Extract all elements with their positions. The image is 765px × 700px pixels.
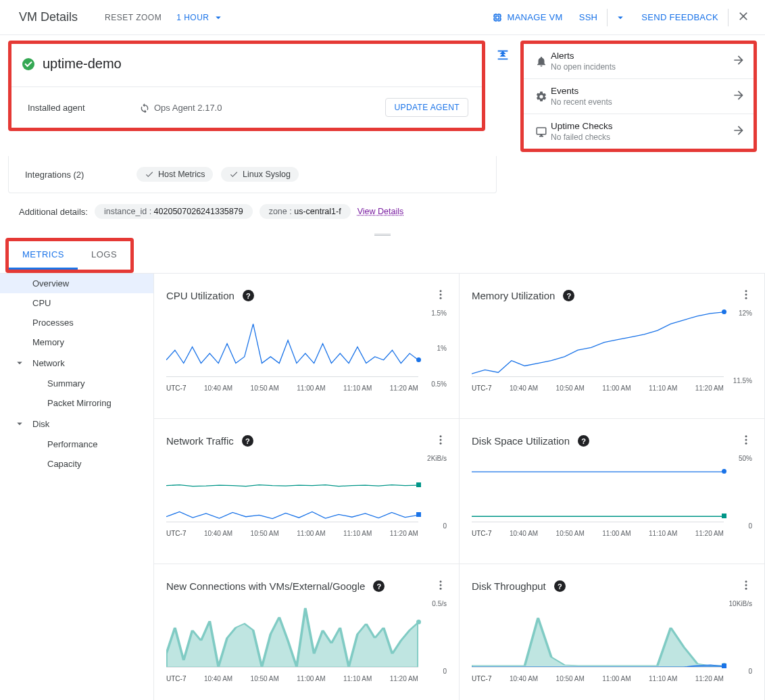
chart-menu-button[interactable] [435,579,447,593]
x-tick: 10:50 AM [251,675,279,682]
x-tick: UTC-7 [472,530,491,537]
tab-metrics[interactable]: METRICS [9,241,78,270]
send-feedback-button[interactable]: SEND FEEDBACK [633,8,726,26]
chart-menu-button[interactable] [435,289,447,303]
svg-rect-0 [494,14,500,20]
x-tick: 11:00 AM [602,675,631,682]
more-vert-icon [435,434,447,446]
help-icon[interactable]: ? [578,435,589,447]
help-icon[interactable]: ? [554,580,566,592]
x-tick: 11:20 AM [390,530,418,537]
sidebar-item-net-pm[interactable]: Packet Mirroring [0,393,153,413]
refresh-icon [139,102,150,113]
page-title: VM Details [19,10,78,24]
y-tick: 10KiB/s [729,600,752,607]
series-end-marker [722,309,726,314]
help-icon[interactable]: ? [243,290,254,301]
chart-title: Disk Space Utilization [472,435,570,447]
y-tick: 1% [437,345,447,352]
x-tick: 11:00 AM [602,384,631,392]
svg-point-19 [745,435,747,437]
send-feedback-dropdown[interactable] [609,7,633,28]
more-vert-icon [740,434,752,446]
sidebar-item-cpu[interactable]: CPU [0,293,153,313]
x-tick: 11:20 AM [390,675,418,682]
x-tick: 10:50 AM [556,675,585,682]
x-tick: UTC-7 [166,384,186,392]
series-end-marker [416,357,421,362]
x-tick: 11:00 AM [297,530,325,537]
more-vert-icon [740,579,752,591]
collapse-panel-button[interactable] [493,41,512,64]
integration-name: Host Metrics [158,170,205,179]
drag-handle[interactable] [0,231,765,238]
sidebar-item-processes[interactable]: Processes [0,313,153,332]
check-icon [145,170,154,179]
chart-title: Network Traffic [166,435,234,447]
view-details-link[interactable]: View Details [357,207,404,216]
manage-vm-label: MANAGE VM [508,12,563,22]
svg-point-11 [440,294,442,296]
arrow-right-icon [732,124,745,137]
chart-menu-button[interactable] [435,434,447,448]
status-panel: Alerts No open incidents Events No recen… [520,41,757,152]
ssh-button[interactable]: SSH [571,8,606,26]
sidebar-item-disk-perf[interactable]: Performance [0,434,153,454]
series-end-marker [722,664,726,668]
charts-grid: CPU Utilization?1.5%1%0.5%UTC-710:40 AM1… [154,274,765,700]
agent-label: Installed agent [28,103,139,113]
chart-menu-button[interactable] [740,289,752,303]
gear-icon [535,91,547,103]
additional-details-label: Additional details: [19,207,88,217]
chart-menu-button[interactable] [740,579,752,593]
y-tick: 1.5% [431,309,447,317]
sidebar-item-overview[interactable]: Overview [0,274,153,293]
events-row[interactable]: Events No recent events [524,79,754,114]
close-button[interactable] [730,5,757,29]
x-tick: 10:40 AM [204,384,232,392]
svg-point-20 [745,439,747,441]
chip-icon [491,11,503,24]
svg-point-22 [440,580,442,582]
sidebar-item-memory[interactable]: Memory [0,332,153,352]
sidebar-item-net-summary[interactable]: Summary [0,374,153,393]
separator [728,9,729,26]
sidebar-group-network[interactable]: Network [0,352,153,374]
sidebar-item-disk-cap[interactable]: Capacity [0,454,153,474]
alerts-row[interactable]: Alerts No open incidents [524,44,754,79]
tabs-highlight: METRICS LOGS [5,238,134,273]
x-tick: 11:00 AM [297,384,325,392]
x-tick: 10:40 AM [204,530,232,537]
manage-vm-button[interactable]: MANAGE VM [483,7,571,28]
time-range-dropdown[interactable]: 1 HOUR [176,11,224,24]
status-ok-icon [22,58,34,70]
agent-version: Ops Agent 2.17.0 [154,103,222,113]
x-tick: 11:00 AM [602,530,631,537]
integration-chip[interactable]: Linux Syslog [221,167,299,182]
chart-title: Memory Utilization [472,290,555,301]
chart-card: New Connections with VMs/External/Google… [154,564,460,700]
x-tick: 11:20 AM [695,384,724,392]
uptime-sub: No failed checks [551,132,732,142]
time-range-label: 1 HOUR [176,13,209,22]
x-tick: 11:10 AM [343,384,372,392]
integration-chip[interactable]: Host Metrics [137,167,213,182]
vm-name: uptime-demo [43,56,122,72]
chart-menu-button[interactable] [740,434,752,448]
x-tick: 10:50 AM [251,384,279,392]
help-icon[interactable]: ? [242,435,253,447]
x-tick: 11:10 AM [343,530,372,537]
sidebar-group-disk[interactable]: Disk [0,413,153,434]
tab-logs[interactable]: LOGS [78,241,130,270]
y-tick: 12% [739,309,752,317]
integration-name: Linux Syslog [243,170,291,179]
reset-zoom-button[interactable]: RESET ZOOM [105,13,162,22]
svg-point-15 [745,297,747,299]
chart-card: Network Traffic?2KiB/s0UTC-710:40 AM10:5… [154,419,460,564]
update-agent-button[interactable]: UPDATE AGENT [385,98,468,117]
svg-point-10 [440,290,442,292]
help-icon[interactable]: ? [563,290,574,301]
uptime-row[interactable]: Uptime Checks No failed checks [524,114,754,149]
series-end-marker [416,620,421,624]
help-icon[interactable]: ? [373,580,385,592]
